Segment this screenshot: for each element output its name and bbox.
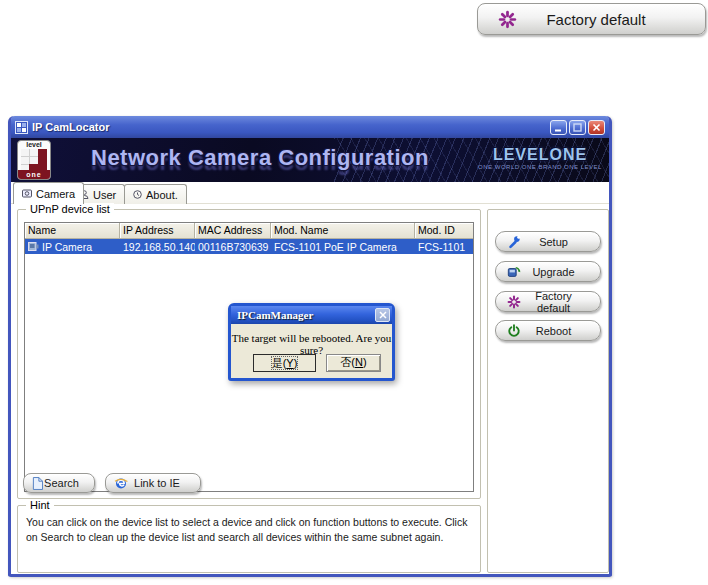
no-hotkey: N — [355, 356, 363, 368]
screen: Factory default IP CamLocator — [0, 0, 708, 585]
column-header-mod-name[interactable]: Mod. Name — [271, 223, 415, 239]
column-header-mod-id[interactable]: Mod. ID — [415, 223, 473, 239]
camera-row-icon — [28, 242, 39, 251]
column-header-name[interactable]: Name — [25, 223, 120, 239]
hint-groupbox: Hint You can click on the device list to… — [17, 505, 481, 573]
brand-tagline: ONE WORLD ONE BRAND ONE LEVEL — [475, 164, 605, 170]
factory-default-label: Factory default — [521, 290, 600, 314]
reboot-confirm-dialog: IPCamManager The target will be rebooted… — [228, 303, 395, 381]
cell-mod-name: FCS-1101 PoE IP Camera — [271, 241, 415, 253]
table-header: Name IP Address MAC Address Mod. Name Mo… — [25, 223, 473, 239]
upgrade-icon — [507, 265, 521, 279]
minimize-button[interactable] — [550, 120, 567, 135]
tab-camera-label: Camera — [36, 188, 75, 200]
document-icon — [32, 477, 43, 490]
reboot-button[interactable]: Reboot — [495, 320, 601, 341]
setup-button[interactable]: Setup — [495, 231, 601, 252]
starburst-icon — [507, 295, 521, 309]
tab-camera[interactable]: Camera — [13, 182, 84, 204]
yes-hotkey: Y — [286, 357, 293, 369]
dialog-close-button[interactable] — [375, 308, 390, 322]
cell-mod-id: FCS-1101 — [415, 241, 473, 253]
yes-label-suffix: ) — [294, 357, 298, 369]
wrench-icon — [507, 235, 521, 249]
link-to-ie-button[interactable]: Link to IE — [105, 473, 201, 493]
cell-ip: 192.168.50.140 — [120, 241, 195, 253]
link-to-ie-label: Link to IE — [128, 477, 200, 489]
window-title: IP CamLocator — [32, 121, 548, 133]
upgrade-button[interactable]: Upgrade — [495, 261, 601, 282]
factory-default-floating-button[interactable]: Factory default — [477, 3, 706, 35]
banner-title: Network Camera Configuration — [91, 145, 429, 171]
close-button[interactable] — [588, 120, 605, 135]
no-label-suffix: ) — [363, 356, 367, 368]
device-row[interactable]: IP Camera 192.168.50.140 00116B730639 FC… — [25, 239, 473, 254]
upgrade-label: Upgrade — [521, 266, 600, 278]
ie-icon — [114, 477, 128, 490]
clock-icon — [133, 190, 142, 199]
logo-grid — [21, 149, 47, 170]
tab-user-label: User — [93, 189, 116, 201]
device-list-group-label: UPnP device list — [26, 203, 114, 215]
no-button[interactable]: 否(N) — [326, 354, 381, 372]
dialog-titlebar[interactable]: IPCamManager — [231, 306, 392, 324]
dialog-message: The target will be rebooted. Are you sur… — [231, 332, 392, 356]
factory-default-floating-label: Factory default — [517, 11, 705, 28]
yes-button[interactable]: 是(Y) — [253, 354, 316, 372]
brand-block: LEVELONE ONE WORLD ONE BRAND ONE LEVEL — [475, 146, 605, 170]
reboot-label: Reboot — [521, 325, 600, 337]
titlebar[interactable]: IP CamLocator — [11, 116, 609, 138]
levelone-logo: level one — [17, 140, 51, 180]
banner: level one Network Camera Configuration L… — [11, 138, 609, 182]
starburst-icon — [498, 10, 517, 29]
setup-label: Setup — [521, 236, 600, 248]
actions-panel: Setup Upgrade — [487, 209, 609, 573]
maximize-button[interactable] — [569, 120, 586, 135]
yes-label: 是( — [272, 357, 287, 369]
factory-default-button[interactable]: Factory default — [495, 291, 601, 312]
tab-about[interactable]: About. — [124, 184, 187, 204]
logo-bottom-text: one — [18, 170, 50, 179]
camera-tab-icon — [22, 189, 32, 198]
cell-name: IP Camera — [42, 241, 92, 253]
search-button[interactable]: Search — [23, 473, 95, 493]
app-icon — [15, 121, 28, 134]
search-label: Search — [43, 477, 94, 489]
power-icon — [507, 324, 521, 338]
logo-top-text: level — [26, 141, 42, 149]
dialog-title: IPCamManager — [237, 309, 375, 321]
no-label: 否( — [340, 356, 355, 368]
hint-group-label: Hint — [26, 499, 54, 511]
cell-mac: 00116B730639 — [195, 241, 271, 253]
tab-bar: Camera User About. — [11, 182, 609, 204]
column-header-mac[interactable]: MAC Address — [195, 223, 271, 239]
app-window: IP CamLocator level one Network Camera C… — [8, 116, 612, 577]
hint-text: You can click on the device list to sele… — [18, 506, 480, 544]
brand-wordmark: LEVELONE — [475, 146, 605, 164]
tab-about-label: About. — [146, 189, 178, 201]
column-header-ip[interactable]: IP Address — [120, 223, 195, 239]
